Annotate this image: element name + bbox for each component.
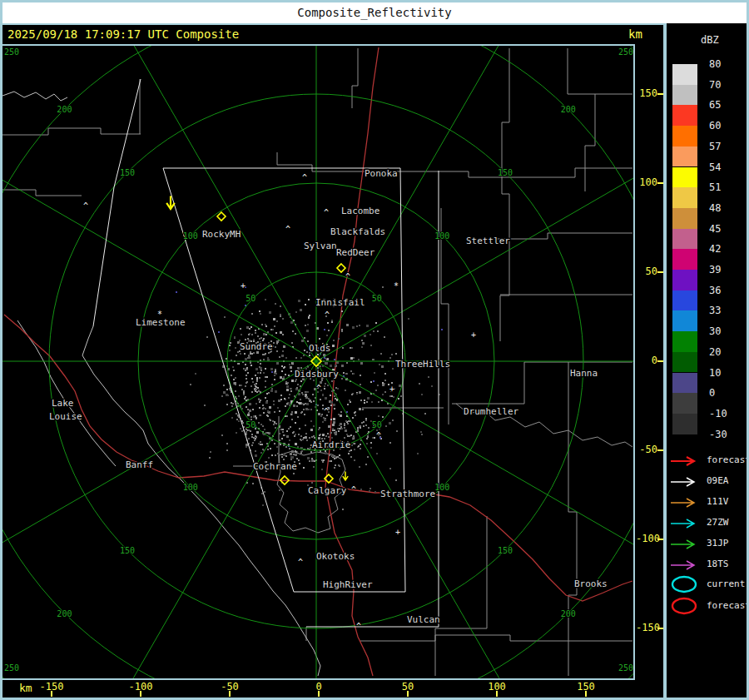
colorbar-tick-label: 0 bbox=[709, 387, 737, 399]
place-label: Hanna bbox=[570, 368, 598, 379]
colorbar-block bbox=[672, 373, 697, 394]
range-label-200: 200 bbox=[57, 105, 72, 114]
legend-label: 18TS bbox=[707, 559, 729, 569]
range-label-100: 100 bbox=[183, 483, 198, 492]
legend-item: 18TS bbox=[670, 559, 702, 570]
colorbar-tick-label: 54 bbox=[709, 161, 737, 173]
place-label: Ponoka bbox=[365, 168, 398, 179]
place-label: Blackfalds bbox=[330, 226, 385, 237]
timestamp-bar: 2025/09/18 17:09:17 UTC Composite km bbox=[2, 25, 663, 44]
colorbar-tick-label: -10 bbox=[709, 408, 737, 420]
radar-site-diamond-icon bbox=[217, 212, 226, 221]
window-title: Composite_Reflectivity bbox=[297, 6, 451, 19]
station-plus-icon: + bbox=[471, 330, 476, 340]
place-label: Stettler bbox=[466, 236, 510, 246]
range-label-250: 250 bbox=[618, 47, 633, 57]
y-axis-tick bbox=[657, 182, 663, 184]
place-label: RockyMH bbox=[202, 229, 241, 240]
y-axis-tick bbox=[657, 449, 663, 451]
station-caret-icon: ^ bbox=[324, 208, 329, 217]
x-axis-tick bbox=[140, 691, 141, 697]
legend-item: 27ZW bbox=[670, 517, 702, 529]
range-label-200: 200 bbox=[561, 609, 576, 618]
place-label: Innisfail bbox=[315, 297, 365, 308]
colorbar-block bbox=[672, 290, 697, 311]
range-label-50: 50 bbox=[372, 294, 382, 303]
place-label: Lake bbox=[52, 398, 74, 409]
y-axis-tick-label: 50 bbox=[636, 266, 657, 277]
range-label-250: 250 bbox=[618, 663, 633, 673]
colorbar-tick-label: 65 bbox=[709, 99, 737, 111]
station-plus-icon: + bbox=[241, 281, 246, 290]
colorbar-block bbox=[672, 64, 697, 85]
x-axis-tick bbox=[585, 691, 587, 697]
station-caret-icon: ^ bbox=[356, 622, 361, 631]
y-axis-tick-label: -150 bbox=[636, 622, 657, 633]
legend-item: current bbox=[670, 575, 702, 593]
place-label: Airdrie bbox=[312, 439, 350, 450]
range-label-100: 100 bbox=[434, 483, 449, 492]
colorbar-block bbox=[672, 414, 697, 434]
range-label-150: 150 bbox=[498, 168, 513, 177]
station-asterisk-icon: * bbox=[394, 281, 399, 290]
legend-item: 111V bbox=[670, 496, 702, 508]
legend-arrow-icon bbox=[670, 559, 702, 571]
colorbar-block bbox=[672, 187, 697, 208]
legend-arrow-icon bbox=[670, 539, 702, 550]
y-axis-tick-label: 150 bbox=[636, 87, 657, 99]
range-label-150: 150 bbox=[120, 168, 135, 177]
range-label-200: 200 bbox=[57, 609, 72, 618]
y-axis-tick-label: 0 bbox=[636, 355, 657, 366]
place-label: Drumheller bbox=[464, 406, 519, 417]
range-label-50: 50 bbox=[372, 420, 382, 429]
range-label-200: 200 bbox=[561, 105, 576, 114]
legend-arrow-icon bbox=[670, 455, 702, 467]
range-label-150: 150 bbox=[120, 546, 135, 555]
x-axis-tick bbox=[318, 691, 320, 697]
x-axis-tick bbox=[496, 691, 498, 697]
colorbar-tick-label: 48 bbox=[709, 202, 737, 214]
station-caret-icon: ^ bbox=[351, 485, 356, 494]
place-label: Olds bbox=[309, 343, 331, 354]
range-label-100: 100 bbox=[434, 231, 449, 241]
y-axis-tick bbox=[657, 539, 663, 540]
bottom-distance-axis: km -150-100-50050100150 bbox=[2, 680, 663, 698]
y-axis-tick bbox=[657, 271, 663, 273]
place-label: Brooks bbox=[574, 578, 608, 589]
x-axis-tick bbox=[51, 691, 52, 697]
legend-ellipse-icon bbox=[670, 597, 702, 615]
legend-item: 09EA bbox=[670, 475, 702, 487]
y-axis-tick bbox=[657, 360, 663, 362]
legend-arrow-icon bbox=[670, 518, 702, 529]
colorbar-block bbox=[672, 249, 697, 270]
place-label: Okotoks bbox=[316, 551, 355, 562]
legend-item: 31JP bbox=[670, 538, 702, 549]
colorbar-tick-label: 60 bbox=[709, 120, 737, 132]
station-caret-icon: ^ bbox=[324, 407, 329, 416]
colorbar-block bbox=[672, 310, 697, 331]
place-label: Calgary bbox=[308, 485, 347, 496]
range-label-100: 100 bbox=[183, 231, 198, 241]
place-label: Lacombe bbox=[341, 206, 379, 216]
place-label: Didsbury bbox=[295, 369, 339, 380]
colorbar-tick-label: 42 bbox=[709, 243, 737, 255]
range-label-250: 250 bbox=[4, 663, 19, 673]
station-caret-icon: ^ bbox=[285, 225, 290, 234]
legend-label: 111V bbox=[707, 496, 729, 507]
place-label: Limestone bbox=[136, 317, 186, 328]
y-axis-tick bbox=[657, 628, 663, 629]
colorbar-tick-label: 70 bbox=[709, 79, 737, 91]
legend-item: forecast bbox=[670, 597, 702, 615]
colorbar-block bbox=[672, 167, 697, 188]
place-label: RedDeer bbox=[336, 247, 375, 258]
colorbar-tick-label: 30 bbox=[709, 325, 737, 337]
station-caret-icon: ^ bbox=[325, 310, 330, 320]
x-axis-tick bbox=[407, 691, 409, 697]
station-caret-icon: ^ bbox=[376, 431, 381, 440]
legend-ellipse-icon bbox=[670, 575, 702, 593]
colorbar-tick-label: 33 bbox=[709, 305, 737, 316]
range-label-50: 50 bbox=[246, 294, 255, 303]
place-label: Strathmore bbox=[380, 489, 435, 499]
colorbar-block bbox=[672, 270, 697, 290]
right-axis-unit-label: km bbox=[628, 27, 642, 41]
